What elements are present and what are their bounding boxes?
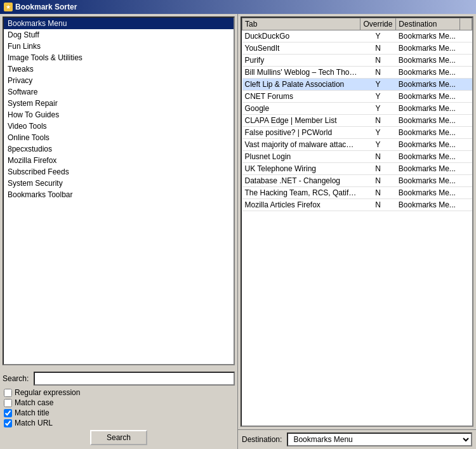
search-button[interactable]: Search	[90, 430, 147, 445]
table-cell-icon	[460, 199, 472, 211]
left-list-item[interactable]: Tweaks	[4, 63, 234, 75]
table-row[interactable]: Vast majority of malware attacks ...YBoo…	[242, 139, 472, 151]
table-cell-icon	[460, 175, 472, 187]
table-cell-override: N	[360, 115, 396, 127]
table-row[interactable]: Cleft Lip & Palate AssociationYBookmarks…	[242, 79, 472, 91]
bookmark-folders-list[interactable]: Bookmarks MenuDog StuffFun LinksImage To…	[3, 16, 235, 365]
left-list-item[interactable]: Software	[4, 86, 234, 98]
bookmarks-table-container[interactable]: Tab Override Destination DuckDuckGoYBook…	[241, 16, 473, 427]
match-title-checkbox[interactable]	[4, 409, 12, 417]
table-row[interactable]: False positive? | PCWorldYBookmarks Me..…	[242, 127, 472, 139]
left-list-item[interactable]: Bookmarks Menu	[4, 18, 234, 29]
table-row[interactable]: UK Telephone WiringNBookmarks Me...	[242, 163, 472, 175]
table-cell-icon	[460, 30, 472, 42]
table-cell-override: N	[360, 42, 396, 55]
table-cell-tab: YouSendIt	[242, 42, 360, 55]
table-cell-icon	[460, 187, 472, 199]
table-cell-tab: Google	[242, 103, 360, 115]
destination-select[interactable]: Bookmarks MenuDog StuffFun LinksImage To…	[287, 433, 472, 446]
table-cell-override: N	[360, 163, 396, 175]
match-case-checkbox[interactable]	[4, 399, 12, 407]
match-url-label: Match URL	[15, 419, 53, 427]
left-list-item[interactable]: Dog Stuff	[4, 29, 234, 41]
table-row[interactable]: The Hacking Team, RCS, Qatif T...NBookma…	[242, 187, 472, 199]
table-cell-destination: Bookmarks Me...	[396, 127, 460, 139]
table-row[interactable]: DuckDuckGoYBookmarks Me...	[242, 30, 472, 42]
table-cell-override: N	[360, 55, 396, 67]
table-cell-destination: Bookmarks Me...	[396, 103, 460, 115]
left-list-item[interactable]: Fun Links	[4, 41, 234, 52]
table-cell-icon	[460, 115, 472, 127]
left-list-item[interactable]: How To Guides	[4, 109, 234, 120]
table-row[interactable]: CLAPA Edge | Member ListNBookmarks Me...	[242, 115, 472, 127]
table-cell-destination: Bookmarks Me...	[396, 163, 460, 175]
table-cell-icon	[460, 163, 472, 175]
table-cell-tab: False positive? | PCWorld	[242, 127, 360, 139]
left-list-item[interactable]: 8pecxstudios	[4, 143, 234, 155]
table-cell-destination: Bookmarks Me...	[396, 151, 460, 163]
destination-label: Destination:	[242, 435, 282, 444]
col-header-override: Override	[360, 18, 396, 30]
regular-expression-label: Regular expression	[15, 388, 80, 397]
left-list-item[interactable]: Privacy	[4, 75, 234, 86]
table-cell-icon	[460, 91, 472, 103]
table-cell-tab: The Hacking Team, RCS, Qatif T...	[242, 187, 360, 199]
left-list-item[interactable]: Video Tools	[4, 120, 234, 132]
destination-bar: Destination: Bookmarks MenuDog StuffFun …	[238, 429, 476, 449]
bookmarks-table: Tab Override Destination DuckDuckGoYBook…	[242, 18, 472, 211]
table-cell-tab: CNET Forums	[242, 91, 360, 103]
left-list-item[interactable]: System Security	[4, 178, 234, 189]
left-list-item[interactable]: Mozilla Firefox	[4, 155, 234, 166]
table-cell-override: N	[360, 199, 396, 211]
table-row[interactable]: PurifyNBookmarks Me...	[242, 55, 472, 67]
table-cell-icon	[460, 127, 472, 139]
table-cell-override: Y	[360, 30, 396, 42]
table-cell-override: Y	[360, 91, 396, 103]
table-row[interactable]: Bill Mullins' Weblog – Tech Thoug...NBoo…	[242, 67, 472, 79]
regular-expression-checkbox[interactable]	[4, 389, 12, 397]
table-row[interactable]: GoogleYBookmarks Me...	[242, 103, 472, 115]
table-cell-icon	[460, 55, 472, 67]
table-cell-override: N	[360, 151, 396, 163]
left-list-item[interactable]: Bookmarks Toolbar	[4, 189, 234, 200]
main-container: Bookmarks MenuDog StuffFun LinksImage To…	[0, 14, 476, 449]
app-icon: ★	[4, 3, 13, 11]
table-row[interactable]: CNET ForumsYBookmarks Me...	[242, 91, 472, 103]
table-cell-override: N	[360, 175, 396, 187]
left-list-item[interactable]: Image Tools & Utilities	[4, 52, 234, 63]
left-list-item[interactable]: System Repair	[4, 98, 234, 109]
table-row[interactable]: YouSendItNBookmarks Me...	[242, 42, 472, 55]
table-cell-override: Y	[360, 79, 396, 91]
search-label: Search:	[3, 374, 31, 383]
table-cell-tab: Bill Mullins' Weblog – Tech Thoug...	[242, 67, 360, 79]
col-header-tab: Tab	[242, 18, 360, 30]
table-cell-override: N	[360, 187, 396, 199]
search-input[interactable]	[34, 372, 235, 386]
table-cell-icon	[460, 42, 472, 55]
table-cell-tab: CLAPA Edge | Member List	[242, 115, 360, 127]
col-header-destination: Destination	[396, 18, 460, 30]
table-cell-override: N	[360, 67, 396, 79]
table-row[interactable]: Plusnet LoginNBookmarks Me...	[242, 151, 472, 163]
table-cell-tab: Plusnet Login	[242, 151, 360, 163]
col-header-icon	[460, 18, 472, 30]
table-row[interactable]: Database .NET - ChangelogNBookmarks Me..…	[242, 175, 472, 187]
match-case-label: Match case	[15, 398, 53, 407]
table-cell-icon	[460, 139, 472, 151]
title-bar: ★ Bookmark Sorter	[0, 0, 476, 14]
table-row[interactable]: Mozilla Articles FirefoxNBookmarks Me...	[242, 199, 472, 211]
left-list-item[interactable]: Subscribed Feeds	[4, 166, 234, 178]
table-cell-icon	[460, 103, 472, 115]
table-cell-override: Y	[360, 127, 396, 139]
table-cell-tab: UK Telephone Wiring	[242, 163, 360, 175]
match-url-checkbox[interactable]	[4, 419, 12, 427]
left-list-item[interactable]: Online Tools	[4, 132, 234, 143]
table-cell-destination: Bookmarks Me...	[396, 139, 460, 151]
table-cell-destination: Bookmarks Me...	[396, 175, 460, 187]
table-cell-destination: Bookmarks Me...	[396, 55, 460, 67]
table-cell-tab: Mozilla Articles Firefox	[242, 199, 360, 211]
table-cell-destination: Bookmarks Me...	[396, 79, 460, 91]
table-cell-destination: Bookmarks Me...	[396, 199, 460, 211]
left-panel: Bookmarks MenuDog StuffFun LinksImage To…	[0, 14, 238, 449]
table-cell-icon	[460, 67, 472, 79]
